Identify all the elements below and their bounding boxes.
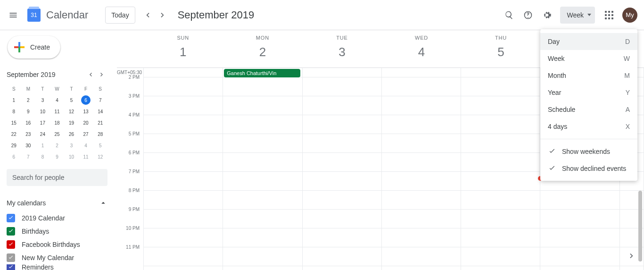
view-menu-toggle[interactable]: Show weekends [540, 143, 637, 160]
view-menu-item[interactable]: WeekW [540, 50, 637, 67]
checkbox-icon [7, 227, 15, 236]
mini-calendar[interactable]: SMTWTFS 12345678910111213141516171819202… [7, 83, 107, 162]
time-gutter: 2 PM3 PM4 PM5 PM6 PM7 PM8 PM9 PM10 PM11 … [117, 68, 143, 270]
mini-day-cell[interactable]: 24 [35, 128, 50, 140]
mini-day-cell[interactable]: 16 [21, 117, 36, 128]
mini-day-cell[interactable]: 3 [64, 140, 79, 151]
day-header-cell[interactable]: SUN1 [143, 30, 223, 68]
google-apps-button[interactable] [600, 6, 619, 25]
check-icon [548, 147, 557, 156]
calendar-list-item[interactable]: Birthdays [7, 225, 107, 238]
mini-day-cell[interactable]: 21 [93, 117, 107, 128]
mini-day-cell[interactable]: 6 [79, 94, 93, 106]
mini-day-cell[interactable]: 19 [64, 117, 79, 128]
vertical-scrollbar[interactable] [638, 191, 642, 262]
day-column[interactable] [382, 68, 461, 270]
calendar-list-item[interactable]: Reminders [7, 264, 107, 270]
view-menu-item[interactable]: YearY [540, 84, 637, 101]
mini-day-cell[interactable]: 9 [21, 106, 36, 117]
hour-label: 3 PM [117, 93, 143, 112]
mini-day-cell[interactable]: 28 [93, 128, 107, 140]
plus-icon [13, 41, 25, 53]
day-header-cell[interactable]: THU5 [461, 30, 541, 68]
mini-day-cell[interactable]: 11 [79, 151, 93, 162]
mini-day-cell[interactable]: 7 [93, 94, 107, 106]
current-period-title: September 2019 [178, 9, 255, 21]
today-button[interactable]: Today [105, 7, 135, 24]
mini-day-cell[interactable]: 10 [35, 106, 50, 117]
mini-day-cell[interactable]: 2 [50, 140, 65, 151]
day-header-cell[interactable]: MON2 [223, 30, 303, 68]
calendar-list-item[interactable]: Facebook Birthdays [7, 238, 107, 251]
view-menu-item[interactable]: ScheduleA [540, 101, 637, 118]
mini-day-cell[interactable]: 8 [35, 151, 50, 162]
next-period-button[interactable] [155, 8, 170, 23]
mini-day-cell[interactable]: 3 [35, 94, 50, 106]
mini-day-cell[interactable]: 10 [64, 151, 79, 162]
mini-day-cell[interactable]: 14 [93, 106, 107, 117]
create-button[interactable]: Create [8, 36, 60, 59]
event-chip[interactable]: Ganesh Chaturthi/Vin [224, 69, 300, 77]
day-of-week-label: MON [256, 35, 269, 41]
day-of-week-label: SUN [177, 35, 189, 41]
my-calendars-toggle[interactable]: My calendars [7, 194, 107, 211]
view-menu-toggle[interactable]: Show declined events [540, 160, 637, 177]
view-menu-item[interactable]: MonthM [540, 67, 637, 84]
mini-day-cell[interactable]: 4 [50, 94, 65, 106]
calendar-list-item[interactable]: 2019 Calendar [7, 211, 107, 225]
day-of-week-label: THU [495, 35, 507, 41]
mini-day-cell[interactable]: 5 [93, 140, 107, 151]
mini-day-cell[interactable]: 2 [21, 94, 36, 106]
my-calendars-list: 2019 CalendarBirthdaysFacebook Birthdays… [7, 211, 107, 270]
day-header-cell[interactable]: TUE3 [302, 30, 382, 68]
day-column[interactable]: Ganesh Chaturthi/Vin [223, 68, 302, 270]
mini-next-button[interactable] [96, 69, 107, 80]
header: 31 Calendar Today September 2019 Week My [0, 0, 644, 30]
calendar-item-label: Reminders [22, 264, 54, 270]
mini-day-cell[interactable]: 20 [79, 117, 93, 128]
day-column[interactable] [303, 68, 382, 270]
mini-day-cell[interactable]: 23 [21, 128, 36, 140]
mini-day-cell[interactable]: 13 [79, 106, 93, 117]
prev-period-button[interactable] [140, 8, 155, 23]
day-column[interactable] [144, 68, 223, 270]
mini-day-cell[interactable]: 6 [7, 151, 21, 162]
mini-day-cell[interactable]: 11 [50, 106, 65, 117]
mini-day-cell[interactable]: 25 [50, 128, 65, 140]
side-panel-toggle[interactable] [624, 248, 639, 263]
day-header-cell[interactable]: WED4 [382, 30, 462, 68]
search-button[interactable] [500, 6, 519, 25]
sidebar: Create September 2019 SMTWTFS 1234567891… [0, 30, 117, 270]
mini-day-cell[interactable]: 22 [7, 128, 21, 140]
mini-day-cell[interactable]: 9 [50, 151, 65, 162]
mini-day-cell[interactable]: 26 [64, 128, 79, 140]
mini-day-cell[interactable]: 1 [35, 140, 50, 151]
settings-button[interactable] [537, 6, 556, 25]
mini-day-cell[interactable]: 1 [7, 94, 21, 106]
mini-day-cell[interactable]: 4 [79, 140, 93, 151]
mini-day-cell[interactable]: 12 [64, 106, 79, 117]
mini-day-cell[interactable]: 30 [21, 140, 36, 151]
day-column[interactable] [461, 68, 540, 270]
mini-day-cell[interactable]: 12 [93, 151, 107, 162]
view-menu-item[interactable]: 4 daysX [540, 118, 637, 135]
mini-day-cell[interactable]: 7 [21, 151, 36, 162]
day-number: 3 [331, 42, 353, 63]
view-menu-item[interactable]: DayD [540, 33, 637, 50]
mini-day-cell[interactable]: 27 [79, 128, 93, 140]
view-switcher-button[interactable]: Week [560, 7, 595, 24]
mini-day-cell[interactable]: 17 [35, 117, 50, 128]
account-avatar[interactable]: My [622, 8, 637, 23]
search-people-input[interactable]: Search for people [7, 169, 107, 186]
create-label: Create [30, 43, 50, 51]
mini-day-cell[interactable]: 15 [7, 117, 21, 128]
app-logo[interactable]: 31 Calendar [25, 6, 88, 25]
mini-day-cell[interactable]: 29 [7, 140, 21, 151]
main-menu-button[interactable] [4, 6, 23, 25]
mini-prev-button[interactable] [85, 69, 96, 80]
mini-day-cell[interactable]: 8 [7, 106, 21, 117]
mini-day-cell[interactable]: 18 [50, 117, 65, 128]
calendar-list-item[interactable]: New My Calendar [7, 251, 107, 264]
support-button[interactable] [519, 6, 537, 25]
mini-day-cell[interactable]: 5 [64, 94, 79, 106]
